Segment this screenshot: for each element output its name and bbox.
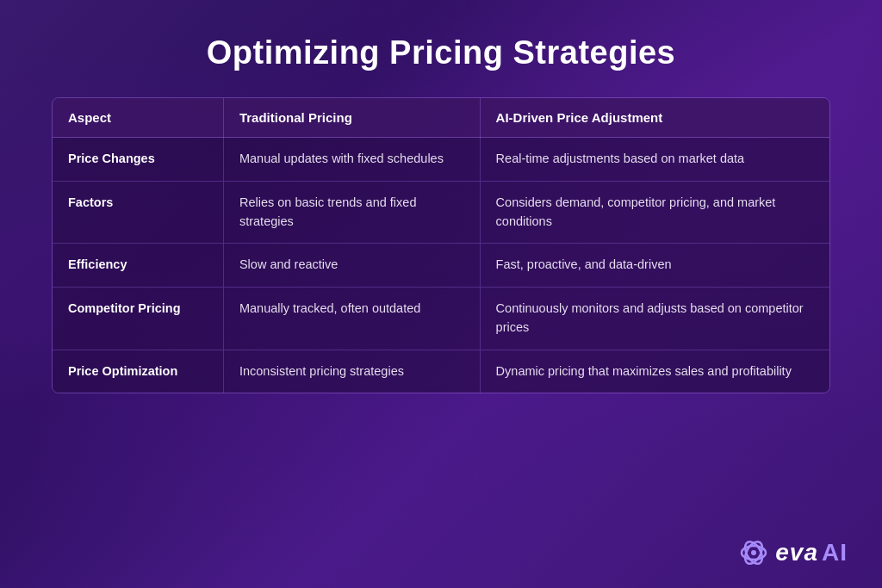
table-row: Price ChangesManual updates with fixed s…	[53, 138, 829, 182]
cell-ai-0: Real-time adjustments based on market da…	[480, 138, 829, 182]
cell-ai-2: Fast, proactive, and data-driven	[480, 244, 829, 288]
table-row: Price OptimizationInconsistent pricing s…	[53, 350, 829, 393]
cell-traditional-3: Manually tracked, often outdated	[223, 288, 480, 350]
table-row: Competitor PricingManually tracked, ofte…	[53, 288, 829, 350]
cell-aspect-3: Competitor Pricing	[53, 288, 223, 350]
cell-aspect-4: Price Optimization	[53, 350, 223, 393]
cell-traditional-1: Relies on basic trends and fixed strateg…	[223, 181, 480, 244]
cell-traditional-2: Slow and reactive	[223, 244, 480, 288]
logo-area: eva AI	[737, 536, 848, 569]
cell-aspect-2: Efficiency	[53, 244, 223, 288]
cell-traditional-4: Inconsistent pricing strategies	[223, 350, 480, 393]
cell-ai-3: Continuously monitors and adjusts based …	[480, 288, 829, 350]
cell-traditional-0: Manual updates with fixed schedules	[223, 138, 480, 182]
cell-aspect-0: Price Changes	[53, 138, 223, 182]
comparison-table: Aspect Traditional Pricing AI-Driven Pri…	[53, 98, 829, 393]
table-row: FactorsRelies on basic trends and fixed …	[53, 181, 829, 244]
comparison-table-container: Aspect Traditional Pricing AI-Driven Pri…	[52, 97, 830, 393]
table-row: EfficiencySlow and reactiveFast, proacti…	[53, 244, 829, 288]
cell-ai-1: Considers demand, competitor pricing, an…	[480, 181, 829, 244]
logo-text: eva	[775, 539, 818, 566]
header-aspect: Aspect	[53, 98, 223, 138]
logo-ai-text: AI	[822, 539, 848, 566]
table-header-row: Aspect Traditional Pricing AI-Driven Pri…	[53, 98, 829, 138]
header-traditional: Traditional Pricing	[223, 98, 480, 138]
header-ai: AI-Driven Price Adjustment	[480, 98, 829, 138]
cell-ai-4: Dynamic pricing that maximizes sales and…	[480, 350, 829, 393]
svg-point-3	[751, 550, 756, 555]
page-title: Optimizing Pricing Strategies	[207, 34, 675, 71]
cell-aspect-1: Factors	[53, 181, 223, 244]
logo-icon	[737, 536, 770, 569]
